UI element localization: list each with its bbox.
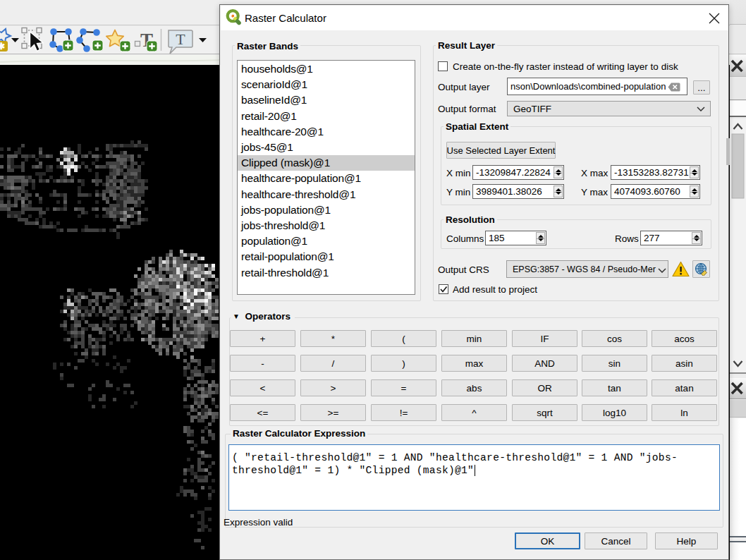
svg-text:T: T (176, 30, 185, 48)
svg-text:✱: ✱ (0, 41, 6, 51)
